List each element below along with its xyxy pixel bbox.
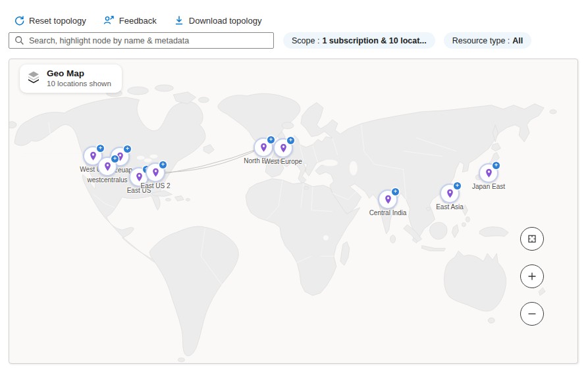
pin-plus-badge[interactable]: +: [267, 136, 275, 143]
resource-type-pill[interactable]: Resource type : All: [444, 32, 532, 49]
pin-plus-badge[interactable]: +: [493, 162, 500, 169]
feedback-label: Feedback: [119, 16, 157, 26]
fit-to-screen-icon: [526, 233, 538, 245]
pin-plus-badge[interactable]: +: [454, 182, 461, 189]
pin-plus-badge[interactable]: +: [287, 137, 294, 144]
location-pin-label: East Asia: [436, 203, 464, 211]
scope-pill-label: Scope :: [292, 36, 319, 45]
scope-pill[interactable]: Scope : 1 subscription & 10 locat...: [283, 32, 435, 49]
location-pin-label: westcentralus: [87, 176, 127, 184]
pin-plus-badge[interactable]: +: [111, 155, 119, 162]
location-pin[interactable]: +: [273, 138, 293, 158]
scope-pill-value: 1 subscription & 10 locat...: [322, 36, 426, 45]
download-topology-label: Download topology: [189, 16, 262, 26]
reset-topology-button[interactable]: Reset topology: [14, 15, 86, 26]
location-pin-icon: [88, 151, 98, 162]
search-box: [9, 32, 274, 49]
download-topology-button[interactable]: Download topology: [174, 15, 262, 26]
location-pin-icon: [383, 194, 393, 205]
location-pin[interactable]: +: [146, 162, 165, 182]
location-pin-icon: [103, 161, 113, 172]
location-pin-layer: +West US +us2euap +westcentralus +East U…: [9, 59, 577, 363]
filter-pills: Scope : 1 subscription & 10 locat... Res…: [283, 32, 531, 49]
search-icon: [14, 36, 24, 48]
fit-to-screen-button[interactable]: [520, 227, 544, 251]
feedback-button[interactable]: Feedback: [103, 15, 157, 26]
zoom-out-button[interactable]: [520, 302, 544, 326]
geo-map-canvas[interactable]: Geo Map 10 locations shown +West US +us2…: [9, 59, 578, 364]
location-pin[interactable]: +: [479, 163, 498, 183]
reset-topology-label: Reset topology: [29, 16, 86, 26]
toolbar: Reset topology Feedback Download topolog…: [14, 15, 261, 26]
location-pin[interactable]: +: [97, 157, 117, 176]
resource-type-pill-value: All: [512, 36, 523, 45]
zoom-in-button[interactable]: [520, 264, 544, 288]
location-pin-icon: [445, 188, 455, 199]
location-pin-icon: [279, 143, 288, 154]
search-input[interactable]: [9, 32, 274, 49]
location-pin[interactable]: +: [378, 189, 398, 209]
location-pin-icon: [484, 168, 494, 179]
pin-plus-badge[interactable]: +: [159, 161, 167, 168]
reset-icon: [14, 15, 24, 26]
pin-plus-badge[interactable]: +: [124, 145, 131, 153]
location-pin-label: West Europe: [264, 158, 302, 165]
plus-icon: [526, 270, 538, 282]
minus-icon: [526, 308, 538, 320]
location-pin-icon: [134, 172, 144, 183]
pin-plus-badge[interactable]: +: [392, 188, 399, 195]
location-pin-icon: [151, 167, 161, 178]
feedback-icon: [103, 15, 115, 26]
download-icon: [174, 15, 184, 26]
location-pin-label: North Europe: [244, 157, 282, 164]
network-topology-page: Reset topology Feedback Download topolog…: [0, 0, 588, 375]
pin-plus-badge[interactable]: +: [97, 145, 104, 152]
location-pin-label: Central India: [369, 209, 407, 216]
location-pin-icon: [259, 142, 269, 153]
location-pin[interactable]: +: [254, 138, 273, 157]
resource-type-pill-label: Resource type :: [452, 36, 510, 45]
location-pin[interactable]: +: [440, 184, 460, 203]
location-pin-label: East US: [127, 187, 151, 194]
location-pin-label: Japan East: [472, 183, 505, 190]
